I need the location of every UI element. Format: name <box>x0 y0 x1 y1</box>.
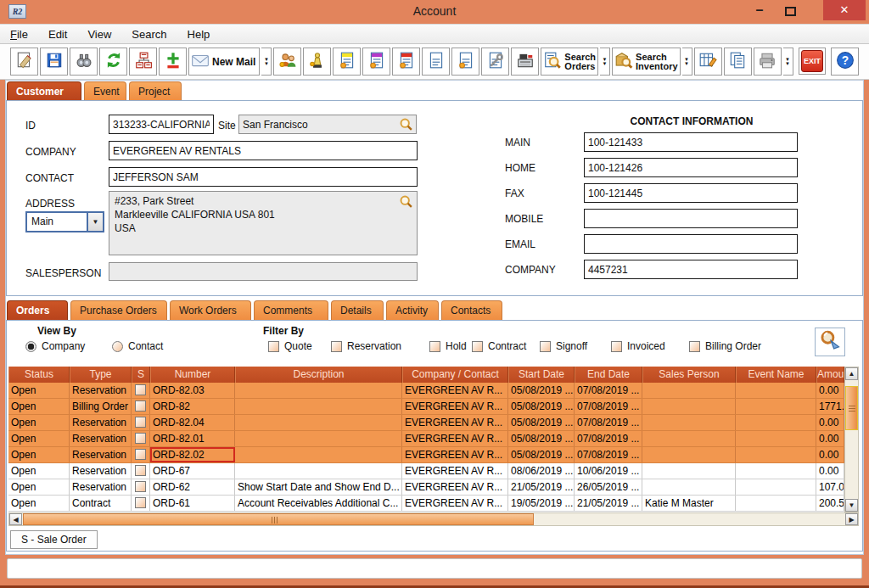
checkbox-box[interactable] <box>268 341 279 352</box>
address-type-dropdown[interactable]: Main ▼ <box>25 211 104 232</box>
cell-company[interactable]: EVERGREEN AV R... <box>402 415 508 430</box>
cell-description[interactable]: Account Receivables Additional C... <box>235 496 402 511</box>
scroll-down-icon[interactable]: ▼ <box>845 499 858 512</box>
checkbox-invoiced[interactable]: Invoiced <box>611 340 665 352</box>
column-header-status[interactable]: Status <box>8 367 70 383</box>
cell-company[interactable]: EVERGREEN AV R... <box>402 463 508 479</box>
scroll-left-icon[interactable]: ◀ <box>9 513 22 525</box>
cell-type[interactable]: Reservation <box>70 415 132 430</box>
checkbox-contract[interactable]: Contract <box>472 340 526 352</box>
cell-s-checked[interactable] <box>132 447 150 462</box>
cell-type[interactable]: Reservation <box>70 479 132 495</box>
refresh-button[interactable] <box>99 48 127 76</box>
horizontal-scroll-thumb[interactable] <box>23 513 534 525</box>
exit-button[interactable]: EXIT <box>799 48 826 75</box>
cell-number[interactable]: ORD-82.04 <box>150 415 235 430</box>
binoculars-button[interactable] <box>70 48 98 76</box>
tab-purchase-orders[interactable]: Purchase Orders <box>70 300 167 320</box>
cell-sales-person[interactable] <box>642 415 736 430</box>
cell-company[interactable]: EVERGREEN AV R... <box>402 383 508 398</box>
compose-button[interactable] <box>10 48 38 76</box>
checkbox-box[interactable] <box>689 341 700 352</box>
column-header-s[interactable]: S <box>132 367 150 383</box>
cell-s-checked[interactable] <box>132 399 150 414</box>
scroll-up-icon[interactable]: ▲ <box>845 367 858 380</box>
cell-end-date[interactable]: 26/05/2019 ... <box>575 479 642 495</box>
cell-end-date[interactable]: 07/08/2019 ... <box>575 415 642 430</box>
column-header-company-contact[interactable]: Company / Contact <box>402 367 508 383</box>
table-row[interactable]: OpenReservationORD-67EVERGREEN AV R...08… <box>8 463 844 479</box>
cell-amount[interactable]: 0.00 <box>816 463 844 479</box>
tab-event[interactable]: Event <box>84 81 126 101</box>
org-chart-button[interactable] <box>129 48 157 76</box>
table-row[interactable]: OpenReservationORD-82.01EVERGREEN AV R..… <box>8 431 844 447</box>
apply-filter-button[interactable] <box>815 328 845 356</box>
checkbox-box[interactable] <box>331 341 342 352</box>
cell-company[interactable]: EVERGREEN AV R... <box>402 447 508 462</box>
radio-contact[interactable]: Contact <box>112 340 163 352</box>
cell-number[interactable]: ORD-67 <box>150 463 235 479</box>
cell-start-date[interactable]: 05/08/2019 ... <box>508 431 575 446</box>
cell-status[interactable]: Open <box>8 463 70 479</box>
menu-file[interactable]: File <box>10 28 28 41</box>
doc-red-button[interactable] <box>392 48 420 76</box>
contact-info-input-main[interactable] <box>584 132 798 152</box>
contacts-group-button[interactable] <box>273 48 301 76</box>
cell-event-name[interactable] <box>736 447 816 462</box>
column-header-type[interactable]: Type <box>70 367 132 383</box>
cell-type[interactable]: Reservation <box>70 383 132 398</box>
cell-status[interactable]: Open <box>8 399 70 414</box>
cell-sales-person[interactable] <box>642 399 736 414</box>
table-row[interactable]: OpenBilling OrderORD-82EVERGREEN AV R...… <box>8 399 844 415</box>
sale-order-checkbox[interactable] <box>135 465 146 476</box>
add-remove-button[interactable] <box>159 48 187 76</box>
contact-info-input-email[interactable] <box>584 234 798 254</box>
checkbox-box[interactable] <box>472 341 483 352</box>
printer-dropdown[interactable]: ▼▼ <box>783 48 793 76</box>
cell-start-date[interactable]: 19/05/2019 ... <box>508 496 575 511</box>
scroll-right-icon[interactable]: ▶ <box>845 513 858 525</box>
column-header-description[interactable]: Description <box>235 367 402 383</box>
cell-status[interactable]: Open <box>8 383 70 398</box>
cell-type[interactable]: Reservation <box>70 431 132 446</box>
help-button[interactable]: ? <box>831 48 859 76</box>
cell-start-date[interactable]: 08/06/2019 ... <box>508 463 575 479</box>
address-box[interactable]: #233, Park Street Markleeville CALIFORNI… <box>109 191 418 255</box>
vertical-scrollbar[interactable]: ▲ ▼ <box>844 367 859 512</box>
cell-end-date[interactable]: 07/08/2019 ... <box>575 431 642 446</box>
checkbox-box[interactable] <box>611 341 622 352</box>
cell-description[interactable] <box>235 463 402 479</box>
new-mail-button[interactable]: New Mail <box>188 48 260 76</box>
sale-order-checkbox[interactable] <box>135 400 146 412</box>
cell-status[interactable]: Open <box>8 496 70 511</box>
menu-help[interactable]: Help <box>188 28 210 41</box>
column-header-sales-person[interactable]: Sales Person <box>642 367 736 383</box>
column-header-number[interactable]: Number <box>150 367 235 383</box>
doc-star-button[interactable] <box>451 48 479 76</box>
cell-sales-person[interactable] <box>642 463 736 479</box>
cell-type[interactable]: Reservation <box>70 447 132 462</box>
cell-event-name[interactable] <box>736 479 816 495</box>
cell-number[interactable]: ORD-82 <box>150 399 235 414</box>
cell-description[interactable] <box>235 447 402 462</box>
cash-register-button[interactable] <box>511 48 539 76</box>
tab-details[interactable]: Details <box>331 300 384 320</box>
cell-amount[interactable]: 0.00 <box>816 415 844 430</box>
contact-info-input-company[interactable] <box>584 260 798 279</box>
cell-end-date[interactable]: 21/05/2019 ... <box>575 496 642 511</box>
minimize-button[interactable]: – <box>748 2 771 20</box>
checkbox-quote[interactable]: Quote <box>268 340 312 352</box>
tab-work-orders[interactable]: Work Orders <box>170 300 251 320</box>
tab-activity[interactable]: Activity <box>386 300 439 320</box>
cell-sales-person[interactable] <box>642 383 736 398</box>
sale-order-checkbox[interactable] <box>135 449 146 460</box>
cell-type[interactable]: Billing Order <box>70 399 132 414</box>
company-input[interactable] <box>109 141 418 160</box>
cell-event-name[interactable] <box>736 496 816 511</box>
search-orders-button[interactable]: SearchOrders <box>541 48 598 76</box>
cell-amount[interactable]: 200.56 <box>816 496 844 511</box>
contact-info-input-home[interactable] <box>584 158 798 177</box>
site-search-icon[interactable] <box>399 117 414 132</box>
tab-customer[interactable]: Customer <box>7 81 81 101</box>
cell-amount[interactable]: 0.00 <box>816 383 844 398</box>
